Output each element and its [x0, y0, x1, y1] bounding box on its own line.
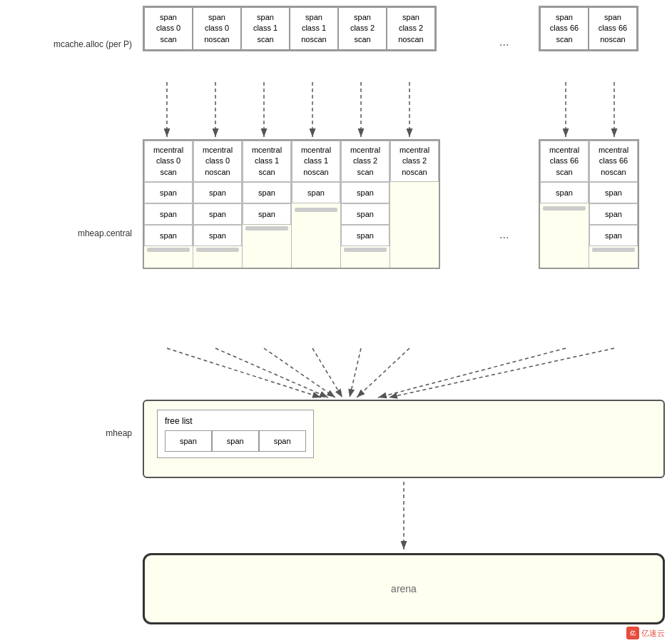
free-span-2: span — [259, 430, 306, 452]
mcentral-empty-2 — [243, 232, 291, 268]
mcache-left-group: spanclass 0scan spanclass 0noscan spancl… — [143, 6, 437, 51]
mheap-label: mheap — [0, 428, 139, 438]
mcentral-col-0: mcentralclass 0scan span span span — [144, 141, 193, 268]
free-list-container: free list span span span — [157, 410, 314, 458]
mcache-span-1: spanclass 0noscan — [193, 7, 241, 50]
mcentral-empty-5a — [390, 182, 439, 203]
mcentral-header-3: mcentralclass 1noscan — [292, 141, 340, 182]
mcentral-right-span-1a: span — [589, 182, 638, 203]
svg-line-15 — [378, 348, 566, 398]
mcentral-scroll-4 — [344, 248, 387, 252]
arrows-overlay — [0, 0, 672, 643]
free-span-0: span — [165, 430, 212, 452]
mcache-span-66-noscan: spanclass 66noscan — [589, 7, 637, 50]
svg-line-16 — [389, 348, 614, 398]
mcentral-right-empty-1 — [589, 253, 638, 268]
arena-section: arena — [143, 553, 665, 624]
mcentral-scroll-2 — [245, 226, 288, 231]
mcentral-empty-1 — [193, 253, 242, 268]
mcentral-empty-3 — [292, 213, 340, 266]
mheap-central-label: mheap.central — [0, 228, 139, 238]
mcache-span-5: spanclass 2noscan — [387, 7, 435, 50]
watermark: 亿 亿速云 — [626, 627, 665, 639]
mcentral-empty-4 — [341, 253, 390, 268]
mcentral-header-1: mcentralclass 0noscan — [193, 141, 242, 182]
mcache-span-4: spanclass 2scan — [338, 7, 387, 50]
svg-line-11 — [264, 348, 335, 398]
mcentral-span-3a: span — [292, 182, 340, 203]
mcentral-span-0a: span — [144, 182, 193, 203]
svg-line-12 — [312, 348, 342, 398]
mcentral-span-4c: span — [341, 225, 390, 246]
mcentral-scroll-1 — [196, 248, 239, 252]
mcentral-right-col-1: mcentralclass 66noscan span span span — [589, 141, 638, 268]
mcentral-span-2b: span — [243, 203, 291, 225]
svg-line-9 — [167, 348, 321, 398]
mcentral-right-span-1c: span — [589, 225, 638, 246]
mcache-span-66-scan: spanclass 66scan — [540, 7, 589, 50]
mcentral-right-header-0: mcentralclass 66scan — [540, 141, 589, 182]
free-span-1: span — [212, 430, 259, 452]
mcentral-header-0: mcentralclass 0scan — [144, 141, 193, 182]
mcentral-col-1: mcentralclass 0noscan span span span — [193, 141, 243, 268]
mcentral-right-span-1b: span — [589, 203, 638, 225]
mcache-span-0: spanclass 0scan — [144, 7, 193, 50]
mcentral-ellipsis: ... — [499, 228, 509, 241]
mcentral-right-group: mcentralclass 66scan span mcentralclass … — [539, 139, 639, 269]
mcentral-span-0b: span — [144, 203, 193, 225]
mcentral-right-empty-0 — [540, 213, 589, 266]
mcache-right-group: spanclass 66scan spanclass 66noscan — [539, 6, 638, 51]
mcentral-span-1c: span — [193, 225, 242, 246]
svg-line-13 — [350, 348, 361, 398]
mcentral-col-3: mcentralclass 1noscan span — [292, 141, 341, 268]
mcentral-header-2: mcentralclass 1scan — [243, 141, 291, 182]
mcentral-span-0c: span — [144, 225, 193, 246]
mcentral-right-scroll-1 — [592, 248, 635, 252]
mcache-ellipsis: ... — [499, 36, 509, 49]
mcentral-right-col-0: mcentralclass 66scan span — [540, 141, 589, 268]
watermark-text: 亿速云 — [641, 628, 665, 639]
mcentral-header-5: mcentralclass 2noscan — [390, 141, 439, 182]
mcentral-right-scroll-0 — [543, 206, 586, 211]
mcentral-span-1a: span — [193, 182, 242, 203]
mcentral-empty-5b — [390, 203, 439, 225]
mcentral-empty-5c — [390, 225, 439, 246]
mcentral-span-4b: span — [341, 203, 390, 225]
mcentral-scroll-3 — [295, 208, 337, 212]
mcentral-right-span-0a: span — [540, 182, 589, 203]
mcentral-right-header-1: mcentralclass 66noscan — [589, 141, 638, 182]
mcentral-col-5: mcentralclass 2noscan — [390, 141, 439, 268]
mcentral-scroll-5 — [393, 248, 436, 252]
mcache-span-2: spanclass 1scan — [241, 7, 290, 50]
mcentral-scroll-0 — [147, 248, 190, 252]
mcentral-span-2a: span — [243, 182, 291, 203]
mcache-span-3: spanclass 1noscan — [290, 7, 338, 50]
svg-line-14 — [357, 348, 409, 398]
mcentral-header-4: mcentralclass 2scan — [341, 141, 390, 182]
mcentral-span-4a: span — [341, 182, 390, 203]
mcache-label: mcache.alloc (per P) — [0, 39, 139, 49]
free-list-label: free list — [165, 416, 306, 426]
mcentral-empty-0 — [144, 253, 193, 268]
mcentral-empty-5d — [390, 253, 439, 268]
free-list-spans: span span span — [165, 430, 306, 452]
watermark-icon: 亿 — [626, 627, 639, 639]
svg-line-10 — [215, 348, 328, 398]
mcentral-left-group: mcentralclass 0scan span span span mcent… — [143, 139, 440, 269]
mcentral-span-1b: span — [193, 203, 242, 225]
mcentral-col-2: mcentralclass 1scan span span — [243, 141, 292, 268]
mheap-section: free list span span span — [143, 400, 665, 478]
diagram-container: mcache.alloc (per P) mheap.central mheap… — [0, 0, 672, 643]
arena-label: arena — [391, 583, 417, 594]
mcentral-col-4: mcentralclass 2scan span span span — [341, 141, 390, 268]
